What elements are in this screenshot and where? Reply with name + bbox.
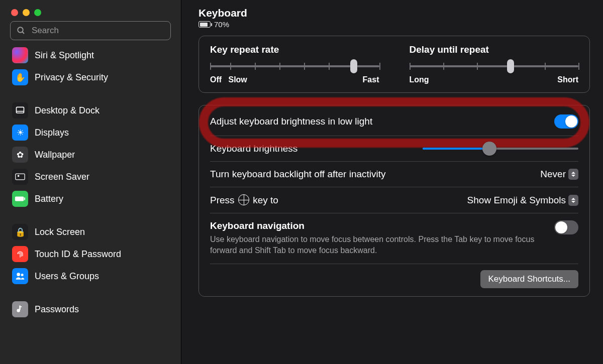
slider-label-long: Long [410, 75, 429, 84]
battery-status: 70% [198, 20, 590, 29]
svg-point-5 [18, 175, 19, 177]
keyboard-navigation-description: Use keyboard navigation to move focus be… [210, 234, 554, 257]
sidebar-item-desktop-dock[interactable]: Desktop & Dock [0, 99, 181, 122]
sidebar-item-label: Users & Groups [35, 271, 99, 282]
preferences-list[interactable]: Siri & Spotlight ✋ Privacy & Security De… [0, 44, 181, 364]
search-field[interactable] [10, 21, 171, 40]
siri-icon [12, 47, 28, 63]
dock-icon [12, 102, 28, 118]
slider-label-off: Off [210, 75, 222, 84]
sidebar-item-touchid[interactable]: Touch ID & Password [0, 243, 181, 265]
sidebar-item-siri-spotlight[interactable]: Siri & Spotlight [0, 44, 181, 66]
fingerprint-icon [12, 246, 28, 262]
sidebar-item-label: Screen Saver [35, 172, 89, 182]
sidebar-item-privacy-security[interactable]: ✋ Privacy & Security [0, 66, 181, 88]
slider-label-fast: Fast [363, 75, 379, 84]
row-backlight-timeout: Turn keyboard backlight off after inacti… [210, 162, 578, 187]
sidebar-item-label: Lock Screen [35, 227, 85, 237]
row-keyboard-brightness: Keyboard brightness [210, 136, 578, 162]
delay-until-repeat-label: Delay until repeat [410, 44, 579, 55]
svg-rect-6 [15, 196, 24, 201]
key-repeat-panel: Key repeat rate Off Slow Fast Delay unti… [198, 36, 590, 93]
sidebar-item-users-groups[interactable]: Users & Groups [0, 265, 181, 287]
sidebar-item-label: Displays [35, 128, 69, 138]
window-controls [0, 0, 181, 21]
sidebar-item-wallpaper[interactable]: ✿ Wallpaper [0, 144, 181, 166]
sidebar-item-label: Wallpaper [35, 150, 75, 160]
zoom-window-button[interactable] [34, 9, 41, 16]
sidebar-item-battery[interactable]: Battery [0, 188, 181, 210]
svg-rect-11 [19, 306, 21, 310]
backlight-timeout-value: Never [540, 169, 566, 180]
hand-icon: ✋ [12, 69, 28, 85]
svg-rect-4 [16, 174, 25, 180]
sidebar-item-passwords[interactable]: Passwords [0, 298, 181, 320]
globe-key-label: Press key to [210, 194, 278, 206]
svg-point-0 [18, 27, 23, 33]
adjust-brightness-label: Adjust keyboard brightness in low light [210, 116, 372, 127]
backlight-timeout-label: Turn keyboard backlight off after inacti… [210, 169, 386, 180]
sidebar-item-label: Touch ID & Password [35, 249, 121, 260]
row-adjust-brightness: Adjust keyboard brightness in low light [210, 107, 578, 136]
chevron-updown-icon [568, 195, 578, 206]
svg-rect-7 [24, 197, 25, 200]
sidebar-item-displays[interactable]: ☀︎ Displays [0, 122, 181, 144]
sidebar-item-screensaver[interactable]: Screen Saver [0, 166, 181, 188]
key-repeat-rate-slider[interactable] [210, 62, 379, 70]
battery-icon [12, 191, 28, 207]
key-icon [12, 301, 28, 317]
keyboard-navigation-toggle[interactable] [554, 220, 578, 234]
close-window-button[interactable] [11, 9, 18, 16]
globe-key-value: Show Emoji & Symbols [467, 195, 566, 206]
lock-icon: 🔒 [12, 224, 28, 240]
page-title: Keyboard [198, 7, 590, 19]
main-content: Keyboard 70% Key repeat rate Off Slow Fa… [181, 0, 603, 364]
keyboard-navigation-label: Keyboard navigation [210, 220, 554, 231]
svg-line-1 [22, 32, 24, 34]
svg-rect-12 [21, 306, 22, 307]
sidebar: Siri & Spotlight ✋ Privacy & Security De… [0, 0, 181, 364]
search-input[interactable] [31, 25, 164, 36]
sidebar-item-label: Battery [35, 194, 63, 204]
battery-level-icon [198, 21, 211, 28]
row-globe-key: Press key to Show Emoji & Symbols [210, 187, 578, 213]
chevron-updown-icon [568, 169, 578, 180]
svg-point-8 [17, 273, 20, 276]
globe-icon [238, 194, 249, 205]
minimize-window-button[interactable] [23, 9, 30, 16]
screensaver-icon [12, 169, 28, 185]
svg-point-9 [21, 274, 24, 276]
adjust-brightness-toggle[interactable] [554, 114, 578, 129]
key-repeat-rate-label: Key repeat rate [210, 44, 379, 55]
sidebar-item-lockscreen[interactable]: 🔒 Lock Screen [0, 221, 181, 243]
keyboard-brightness-slider[interactable] [423, 144, 578, 154]
sidebar-item-label: Passwords [35, 304, 79, 315]
svg-rect-2 [17, 107, 24, 113]
globe-key-select[interactable]: Show Emoji & Symbols [467, 195, 578, 206]
sidebar-item-label: Desktop & Dock [35, 105, 99, 116]
keyboard-options-panel: Adjust keyboard brightness in low light … [198, 105, 590, 297]
battery-percent: 70% [214, 20, 229, 29]
users-icon [12, 268, 28, 284]
keyboard-brightness-label: Keyboard brightness [210, 143, 297, 154]
sidebar-item-label: Siri & Spotlight [35, 50, 94, 61]
slider-label-slow: Slow [228, 75, 247, 84]
flower-icon: ✿ [12, 147, 28, 163]
keyboard-shortcuts-button[interactable]: Keyboard Shortcuts... [480, 270, 578, 288]
displays-icon: ☀︎ [12, 125, 28, 141]
sidebar-item-label: Privacy & Security [35, 72, 108, 83]
slider-label-short: Short [557, 75, 578, 84]
backlight-timeout-select[interactable]: Never [540, 169, 578, 180]
search-icon [17, 26, 26, 35]
delay-until-repeat-slider[interactable] [410, 62, 579, 70]
row-keyboard-navigation: Keyboard navigation Use keyboard navigat… [210, 213, 578, 264]
